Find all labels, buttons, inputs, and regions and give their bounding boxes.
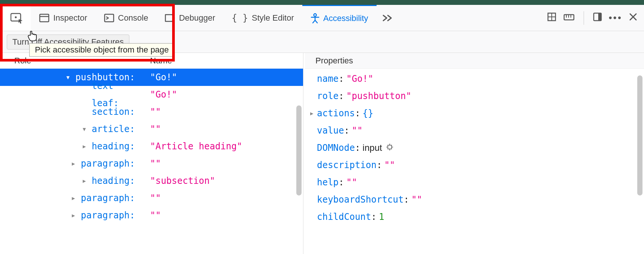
tree-name-text: "subsection" bbox=[150, 172, 303, 189]
devtools-toolbar: Inspector Console Debugger { } Style Edi… bbox=[0, 5, 644, 31]
tree-role-text: heading: bbox=[92, 172, 135, 189]
properties-list: name: "Go!"role: "pushbutton"▶actions: {… bbox=[305, 69, 644, 225]
window-top-strip bbox=[0, 0, 644, 5]
scrollbar[interactable] bbox=[637, 75, 642, 195]
tree-name-text: "" bbox=[150, 189, 303, 207]
debugger-icon bbox=[165, 14, 175, 22]
svg-rect-9 bbox=[388, 145, 392, 149]
tree-row[interactable]: text leaf:"Go!" bbox=[0, 86, 303, 103]
property-key: DOMNode bbox=[317, 139, 355, 156]
svg-rect-3 bbox=[105, 14, 114, 22]
twisty-down-icon[interactable]: ▼ bbox=[83, 120, 89, 138]
property-key: name bbox=[317, 70, 339, 87]
console-icon bbox=[104, 14, 114, 23]
tab-accessibility[interactable]: Accessibility bbox=[302, 5, 377, 31]
property-value: input bbox=[363, 139, 382, 156]
property-value: 1 bbox=[379, 208, 384, 225]
tree-role-text: article: bbox=[92, 120, 135, 138]
tree-row[interactable]: ▶paragraph:"" bbox=[0, 155, 303, 172]
hand-cursor-icon bbox=[27, 30, 38, 44]
property-row[interactable]: value: "" bbox=[310, 122, 644, 139]
tree-name-text: "Article heading" bbox=[150, 138, 303, 155]
target-icon[interactable] bbox=[386, 139, 393, 156]
accessibility-tree-pane: Role Name ▼pushbutton:"Go!"text leaf:"Go… bbox=[0, 53, 303, 254]
property-value: "" bbox=[384, 156, 395, 174]
property-row[interactable]: description: "" bbox=[310, 156, 644, 174]
tree-name-text: "" bbox=[150, 155, 303, 172]
column-header-name[interactable]: Name bbox=[150, 56, 303, 66]
property-value: "" bbox=[346, 174, 357, 191]
picker-tooltip: Pick accessible object from the page bbox=[29, 43, 174, 57]
accessibility-icon bbox=[311, 13, 320, 24]
svg-rect-8 bbox=[598, 13, 601, 21]
tree-name-text: "" bbox=[150, 103, 303, 120]
inspector-icon bbox=[39, 14, 50, 23]
main-panels: Role Name ▼pushbutton:"Go!"text leaf:"Go… bbox=[0, 53, 644, 254]
tree-name-text: "Go!" bbox=[150, 86, 303, 103]
tree-row[interactable]: ▶heading:"Article heading" bbox=[0, 138, 303, 155]
more-tabs-button[interactable] bbox=[377, 5, 398, 31]
twisty-right-icon[interactable]: ▶ bbox=[72, 207, 79, 224]
toolbar-divider bbox=[584, 11, 584, 25]
twisty-right-icon[interactable]: ▶ bbox=[83, 138, 89, 155]
ruler-icon[interactable] bbox=[547, 12, 557, 24]
twisty-right-icon[interactable]: ▶ bbox=[72, 155, 79, 172]
svg-point-1 bbox=[15, 16, 17, 18]
dock-side-icon[interactable] bbox=[593, 12, 602, 24]
tree-row[interactable]: section:"" bbox=[0, 103, 303, 120]
tree-role-text: section: bbox=[92, 103, 135, 120]
property-value: "pushbutton" bbox=[346, 87, 411, 105]
style-editor-icon: { } bbox=[232, 13, 248, 23]
svg-rect-2 bbox=[40, 14, 49, 22]
kebab-menu-icon[interactable]: ••• bbox=[609, 12, 622, 24]
property-key: value bbox=[317, 122, 344, 139]
tree-row[interactable]: ▼article:"" bbox=[0, 120, 303, 138]
property-key: childCount bbox=[317, 208, 371, 225]
property-value: "" bbox=[352, 122, 363, 139]
tab-style-editor[interactable]: { } Style Editor bbox=[224, 5, 302, 31]
property-value: {} bbox=[363, 105, 374, 122]
element-picker-button[interactable] bbox=[3, 5, 31, 31]
property-value: "" bbox=[411, 191, 422, 208]
property-key: role bbox=[317, 87, 339, 105]
toolbar-right-controls: ••• bbox=[547, 11, 641, 25]
tree-row[interactable]: ▶heading:"subsection" bbox=[0, 172, 303, 189]
tree-row[interactable]: ▶paragraph:"" bbox=[0, 207, 303, 224]
twisty-right-icon[interactable]: ▶ bbox=[72, 189, 79, 207]
tab-style-editor-label: Style Editor bbox=[252, 13, 294, 23]
twisty-right-icon[interactable]: ▶ bbox=[310, 105, 317, 122]
property-row[interactable]: DOMNode: input bbox=[310, 139, 644, 156]
measure-icon[interactable] bbox=[563, 13, 575, 23]
close-icon[interactable] bbox=[629, 13, 637, 23]
tree-role-text: heading: bbox=[92, 138, 135, 155]
tab-inspector[interactable]: Inspector bbox=[31, 5, 96, 31]
property-key: keyboardShortcut bbox=[317, 191, 404, 208]
tree-name-text: "Go!" bbox=[150, 69, 303, 86]
tab-debugger-label: Debugger bbox=[179, 13, 215, 23]
tab-console-label: Console bbox=[118, 13, 149, 23]
property-row[interactable]: name: "Go!" bbox=[310, 70, 644, 87]
tree-role-text: paragraph: bbox=[81, 189, 135, 207]
property-row[interactable]: childCount: 1 bbox=[310, 208, 644, 225]
tree-row[interactable]: ▶paragraph:"" bbox=[0, 189, 303, 207]
properties-pane: Properties name: "Go!"role: "pushbutton"… bbox=[303, 53, 644, 254]
twisty-right-icon[interactable]: ▶ bbox=[83, 172, 89, 189]
tree-name-text: "" bbox=[150, 207, 303, 224]
property-row[interactable]: help: "" bbox=[310, 174, 644, 191]
property-row[interactable]: ▶actions: {} bbox=[310, 105, 644, 122]
tab-inspector-label: Inspector bbox=[53, 13, 87, 23]
property-row[interactable]: keyboardShortcut: "" bbox=[310, 191, 644, 208]
scrollbar[interactable] bbox=[296, 105, 302, 195]
svg-point-4 bbox=[314, 14, 316, 17]
properties-header: Properties bbox=[305, 53, 644, 69]
tab-debugger[interactable]: Debugger bbox=[156, 5, 224, 31]
tab-accessibility-label: Accessibility bbox=[323, 14, 368, 23]
column-header-role[interactable]: Role bbox=[0, 56, 150, 66]
property-row[interactable]: role: "pushbutton" bbox=[310, 87, 644, 105]
tree-role-text: paragraph: bbox=[81, 207, 135, 224]
tree-role-text: paragraph: bbox=[81, 155, 135, 172]
accessibility-tree: ▼pushbutton:"Go!"text leaf:"Go!"section:… bbox=[0, 69, 303, 224]
property-key: description bbox=[317, 156, 377, 174]
tab-console[interactable]: Console bbox=[96, 5, 157, 31]
property-key: actions bbox=[317, 105, 355, 122]
